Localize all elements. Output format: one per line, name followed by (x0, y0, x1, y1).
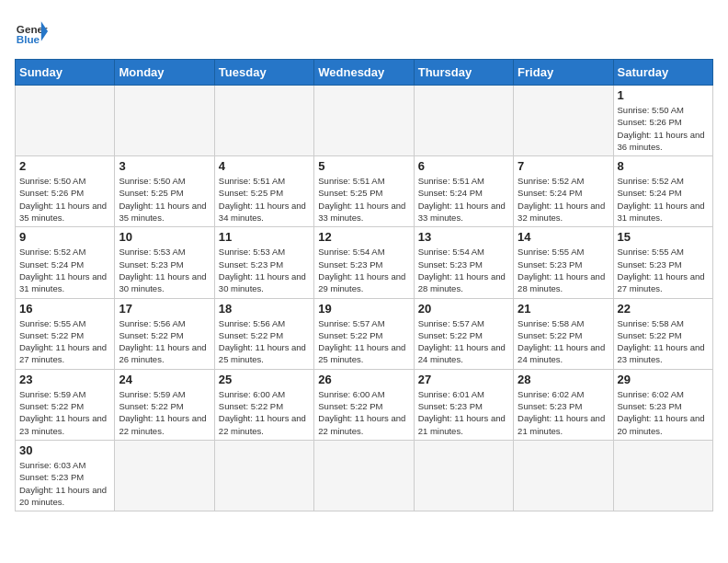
day-info: Sunrise: 5:52 AMSunset: 5:24 PMDaylight:… (618, 175, 709, 224)
calendar-cell: 2Sunrise: 5:50 AMSunset: 5:26 PMDaylight… (16, 156, 115, 227)
day-number: 27 (418, 373, 509, 386)
calendar-cell: 22Sunrise: 5:58 AMSunset: 5:22 PMDayligh… (613, 298, 712, 369)
day-info: Sunrise: 6:02 AMSunset: 5:23 PMDaylight:… (618, 388, 709, 437)
calendar-cell: 1Sunrise: 5:50 AMSunset: 5:26 PMDaylight… (613, 86, 712, 156)
calendar-cell: 17Sunrise: 5:56 AMSunset: 5:22 PMDayligh… (115, 298, 214, 369)
day-info: Sunrise: 6:03 AMSunset: 5:23 PMDaylight:… (19, 459, 110, 508)
calendar-cell: 3Sunrise: 5:50 AMSunset: 5:25 PMDaylight… (115, 156, 214, 227)
day-info: Sunrise: 5:52 AMSunset: 5:24 PMDaylight:… (518, 175, 609, 224)
day-number: 16 (19, 302, 110, 316)
calendar-week-3: 9Sunrise: 5:52 AMSunset: 5:24 PMDaylight… (16, 227, 713, 298)
day-number: 2 (19, 159, 110, 173)
day-number: 28 (518, 373, 609, 386)
day-info: Sunrise: 6:02 AMSunset: 5:23 PMDaylight:… (518, 388, 609, 437)
day-number: 3 (119, 159, 210, 173)
calendar-cell (613, 440, 712, 511)
calendar-cell: 4Sunrise: 5:51 AMSunset: 5:25 PMDaylight… (214, 156, 313, 227)
calendar-cell: 20Sunrise: 5:57 AMSunset: 5:22 PMDayligh… (414, 298, 513, 369)
weekday-thursday: Thursday (414, 60, 513, 86)
day-info: Sunrise: 5:53 AMSunset: 5:23 PMDaylight:… (119, 246, 210, 294)
day-info: Sunrise: 5:56 AMSunset: 5:22 PMDaylight:… (119, 317, 210, 366)
calendar-cell: 25Sunrise: 6:00 AMSunset: 5:22 PMDayligh… (214, 369, 313, 440)
day-info: Sunrise: 5:58 AMSunset: 5:22 PMDaylight:… (618, 317, 709, 366)
svg-text:Blue: Blue (17, 33, 40, 45)
calendar-cell (115, 440, 214, 511)
day-number: 15 (618, 230, 709, 244)
calendar-cell: 8Sunrise: 5:52 AMSunset: 5:24 PMDaylight… (613, 156, 712, 227)
calendar-cell: 9Sunrise: 5:52 AMSunset: 5:24 PMDaylight… (16, 227, 115, 298)
day-number: 19 (318, 302, 409, 316)
day-number: 14 (518, 230, 609, 244)
calendar-cell: 26Sunrise: 6:00 AMSunset: 5:22 PMDayligh… (314, 369, 414, 440)
day-info: Sunrise: 5:51 AMSunset: 5:24 PMDaylight:… (418, 175, 509, 224)
calendar-cell (514, 440, 613, 511)
calendar-cell (214, 440, 313, 511)
day-info: Sunrise: 5:50 AMSunset: 5:25 PMDaylight:… (119, 175, 210, 224)
day-number: 4 (219, 159, 310, 173)
calendar-cell: 29Sunrise: 6:02 AMSunset: 5:23 PMDayligh… (613, 369, 712, 440)
calendar-cell: 6Sunrise: 5:51 AMSunset: 5:24 PMDaylight… (414, 156, 513, 227)
day-number: 30 (19, 443, 110, 457)
calendar-cell (214, 86, 313, 156)
day-number: 7 (518, 159, 609, 173)
page-header: General Blue (15, 15, 713, 48)
day-info: Sunrise: 5:57 AMSunset: 5:22 PMDaylight:… (418, 317, 509, 366)
calendar-cell (115, 86, 214, 156)
day-info: Sunrise: 5:50 AMSunset: 5:26 PMDaylight:… (19, 175, 110, 224)
day-info: Sunrise: 6:01 AMSunset: 5:23 PMDaylight:… (418, 388, 509, 437)
day-number: 23 (19, 373, 110, 386)
calendar-week-2: 2Sunrise: 5:50 AMSunset: 5:26 PMDaylight… (16, 156, 713, 227)
calendar-cell (414, 86, 513, 156)
day-info: Sunrise: 6:00 AMSunset: 5:22 PMDaylight:… (219, 388, 310, 437)
day-info: Sunrise: 5:58 AMSunset: 5:22 PMDaylight:… (518, 317, 609, 366)
day-info: Sunrise: 5:55 AMSunset: 5:23 PMDaylight:… (518, 246, 609, 294)
calendar-cell: 11Sunrise: 5:53 AMSunset: 5:23 PMDayligh… (214, 227, 313, 298)
logo: General Blue (15, 15, 48, 48)
calendar-cell (414, 440, 513, 511)
day-number: 13 (418, 230, 509, 244)
calendar-week-5: 23Sunrise: 5:59 AMSunset: 5:22 PMDayligh… (16, 369, 713, 440)
calendar-week-4: 16Sunrise: 5:55 AMSunset: 5:22 PMDayligh… (16, 298, 713, 369)
calendar-table: SundayMondayTuesdayWednesdayThursdayFrid… (15, 59, 713, 511)
day-number: 5 (318, 159, 409, 173)
day-info: Sunrise: 5:54 AMSunset: 5:23 PMDaylight:… (418, 246, 509, 294)
day-number: 12 (318, 230, 409, 244)
day-number: 10 (119, 230, 210, 244)
calendar-cell: 5Sunrise: 5:51 AMSunset: 5:25 PMDaylight… (314, 156, 414, 227)
day-number: 1 (618, 88, 709, 102)
day-number: 20 (418, 302, 509, 316)
day-number: 29 (618, 373, 709, 386)
weekday-sunday: Sunday (16, 60, 115, 86)
day-info: Sunrise: 5:57 AMSunset: 5:22 PMDaylight:… (318, 317, 409, 366)
calendar-cell: 27Sunrise: 6:01 AMSunset: 5:23 PMDayligh… (414, 369, 513, 440)
weekday-saturday: Saturday (613, 60, 712, 86)
calendar-cell: 16Sunrise: 5:55 AMSunset: 5:22 PMDayligh… (16, 298, 115, 369)
calendar-body: 1Sunrise: 5:50 AMSunset: 5:26 PMDaylight… (16, 86, 713, 511)
calendar-cell (514, 86, 613, 156)
weekday-header-row: SundayMondayTuesdayWednesdayThursdayFrid… (16, 60, 713, 86)
day-info: Sunrise: 5:51 AMSunset: 5:25 PMDaylight:… (219, 175, 310, 224)
calendar-cell: 7Sunrise: 5:52 AMSunset: 5:24 PMDaylight… (514, 156, 613, 227)
calendar-cell (314, 440, 414, 511)
day-number: 9 (19, 230, 110, 244)
calendar-cell: 21Sunrise: 5:58 AMSunset: 5:22 PMDayligh… (514, 298, 613, 369)
weekday-tuesday: Tuesday (214, 60, 313, 86)
calendar-cell: 10Sunrise: 5:53 AMSunset: 5:23 PMDayligh… (115, 227, 214, 298)
day-info: Sunrise: 5:56 AMSunset: 5:22 PMDaylight:… (219, 317, 310, 366)
day-number: 8 (618, 159, 709, 173)
day-number: 6 (418, 159, 509, 173)
day-number: 26 (318, 373, 409, 386)
calendar-week-6: 30Sunrise: 6:03 AMSunset: 5:23 PMDayligh… (16, 440, 713, 511)
calendar-cell: 13Sunrise: 5:54 AMSunset: 5:23 PMDayligh… (414, 227, 513, 298)
calendar-cell: 15Sunrise: 5:55 AMSunset: 5:23 PMDayligh… (613, 227, 712, 298)
day-number: 21 (518, 302, 609, 316)
calendar-cell: 14Sunrise: 5:55 AMSunset: 5:23 PMDayligh… (514, 227, 613, 298)
day-number: 17 (119, 302, 210, 316)
calendar-cell: 19Sunrise: 5:57 AMSunset: 5:22 PMDayligh… (314, 298, 414, 369)
day-info: Sunrise: 5:52 AMSunset: 5:24 PMDaylight:… (19, 246, 110, 294)
weekday-monday: Monday (115, 60, 214, 86)
day-info: Sunrise: 5:59 AMSunset: 5:22 PMDaylight:… (19, 388, 110, 437)
day-number: 25 (219, 373, 310, 386)
weekday-friday: Friday (514, 60, 613, 86)
calendar-cell: 28Sunrise: 6:02 AMSunset: 5:23 PMDayligh… (514, 369, 613, 440)
